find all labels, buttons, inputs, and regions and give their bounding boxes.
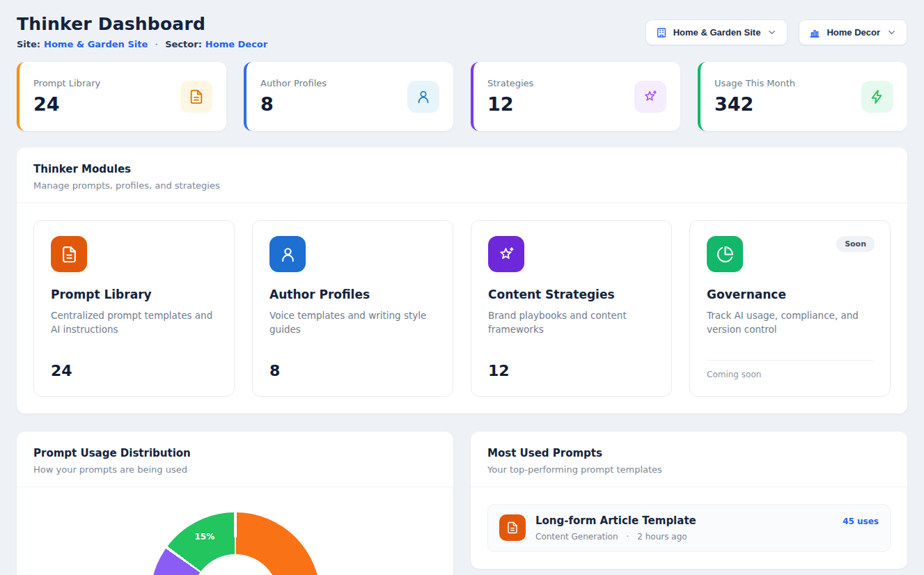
site-selector-label: Home & Garden Site (673, 27, 761, 38)
page-title: Thinker Dashboard (17, 14, 267, 34)
sector-link[interactable]: Home Decor (205, 39, 267, 49)
donut-chart: 15% (150, 512, 320, 575)
site-link[interactable]: Home & Garden Site (44, 39, 148, 49)
donut-slice-label: 15% (195, 532, 215, 542)
thinker-modules-panel: Thinker Modules Manage prompts, profiles… (17, 148, 907, 413)
module-title: Prompt Library (51, 288, 217, 301)
page-header: Thinker Dashboard Site: Home & Garden Si… (17, 14, 907, 49)
chevron-down-icon (767, 27, 777, 38)
list-item[interactable]: Long-form Article Template Content Gener… (487, 504, 891, 552)
prompt-item-uses: 45 uses (843, 517, 879, 526)
module-card-prompt-library[interactable]: Prompt Library Centralized prompt templa… (33, 220, 235, 397)
module-description: Centralized prompt templates and AI inst… (51, 308, 217, 337)
prompt-item-title: Long-form Article Template (535, 514, 696, 527)
prompt-item-category: Content Generation (535, 532, 618, 542)
stat-info: Strategies 12 (487, 78, 533, 115)
usage-subtitle: How your prompts are being used (33, 464, 437, 475)
module-value: 12 (488, 362, 655, 379)
dashboard-page: Thinker Dashboard Site: Home & Garden Si… (0, 0, 924, 575)
sector-selector-label: Home Decor (827, 27, 880, 38)
stat-card-prompt-library: Prompt Library 24 (17, 62, 226, 131)
module-title: Author Profiles (269, 288, 436, 301)
prompt-item-time: 2 hours ago (637, 532, 687, 542)
modules-subtitle: Manage prompts, profiles, and strategies (33, 180, 891, 191)
usage-title: Prompt Usage Distribution (33, 447, 437, 459)
donut-hole (192, 554, 279, 575)
bar-chart-icon (809, 27, 820, 38)
prompt-usage-panel: Prompt Usage Distribution How your promp… (17, 432, 453, 575)
pie-chart-icon (707, 236, 743, 272)
bottom-row: Prompt Usage Distribution How your promp… (17, 432, 907, 575)
prompts-header: Most Used Prompts Your top-performing pr… (471, 432, 907, 487)
chevron-down-icon (886, 27, 897, 38)
usage-header: Prompt Usage Distribution How your promp… (17, 432, 453, 487)
stat-card-usage: Usage This Month 342 (698, 62, 907, 131)
site-selector-dropdown[interactable]: Home & Garden Site (645, 19, 788, 45)
stat-label: Strategies (487, 78, 533, 88)
building-icon (656, 27, 667, 38)
stat-label: Prompt Library (33, 78, 100, 88)
person-icon (407, 81, 439, 113)
document-icon (180, 81, 212, 113)
modules-grid: Prompt Library Centralized prompt templa… (17, 203, 907, 413)
module-card-governance[interactable]: Soon Governance Track AI usage, complian… (689, 220, 891, 397)
module-title: Governance (707, 288, 873, 301)
breadcrumb-separator: · (155, 39, 158, 49)
header-selectors: Home & Garden Site Home Decor (645, 19, 907, 45)
module-description: Brand playbooks and content frameworks (488, 308, 655, 337)
donut-chart-area: 15% (17, 487, 453, 575)
modules-title: Thinker Modules (33, 163, 891, 175)
soon-badge: Soon (836, 236, 875, 252)
lightning-icon (861, 81, 893, 113)
stat-info: Prompt Library 24 (33, 78, 100, 115)
prompts-title: Most Used Prompts (487, 447, 891, 459)
stat-value: 8 (260, 93, 327, 115)
site-label: Site: (17, 39, 40, 49)
document-icon (499, 514, 526, 541)
coming-soon-text: Coming soon (707, 360, 873, 379)
sparkle-star-icon (634, 81, 666, 113)
stat-card-author-profiles: Author Profiles 8 (244, 62, 453, 131)
stat-value: 342 (714, 93, 795, 115)
most-used-prompts-panel: Most Used Prompts Your top-performing pr… (471, 432, 907, 569)
stat-card-strategies: Strategies 12 (471, 62, 680, 131)
sector-selector-dropdown[interactable]: Home Decor (799, 19, 907, 45)
stat-label: Author Profiles (260, 78, 327, 88)
prompt-list: Long-form Article Template Content Gener… (471, 487, 907, 569)
module-value: 8 (269, 362, 436, 379)
module-card-content-strategies[interactable]: Content Strategies Brand playbooks and c… (471, 220, 672, 397)
header-left: Thinker Dashboard Site: Home & Garden Si… (17, 14, 267, 49)
breadcrumb: Site: Home & Garden Site · Sector: Home … (17, 39, 267, 49)
document-icon (51, 236, 87, 272)
person-icon (269, 236, 306, 272)
stat-info: Author Profiles 8 (260, 78, 327, 115)
module-value: 24 (51, 362, 217, 379)
stat-value: 12 (487, 93, 533, 115)
module-description: Voice templates and writing style guides (269, 308, 436, 337)
modules-header: Thinker Modules Manage prompts, profiles… (17, 148, 907, 203)
module-description: Track AI usage, compliance, and version … (707, 308, 873, 337)
module-card-author-profiles[interactable]: Author Profiles Voice templates and writ… (252, 220, 453, 397)
prompt-item-meta: Content Generation · 2 hours ago (535, 532, 696, 542)
stat-info: Usage This Month 342 (714, 78, 795, 115)
sparkle-star-icon (488, 236, 524, 272)
module-title: Content Strategies (488, 288, 655, 301)
sector-label: Sector: (165, 39, 202, 49)
stat-value: 24 (33, 93, 100, 115)
prompt-item-info: Long-form Article Template Content Gener… (535, 514, 696, 542)
prompts-subtitle: Your top-performing prompt templates (487, 464, 891, 475)
stat-label: Usage This Month (714, 78, 795, 88)
stat-cards-row: Prompt Library 24 Author Profiles 8 Stra… (17, 62, 907, 131)
meta-separator: · (626, 532, 629, 542)
